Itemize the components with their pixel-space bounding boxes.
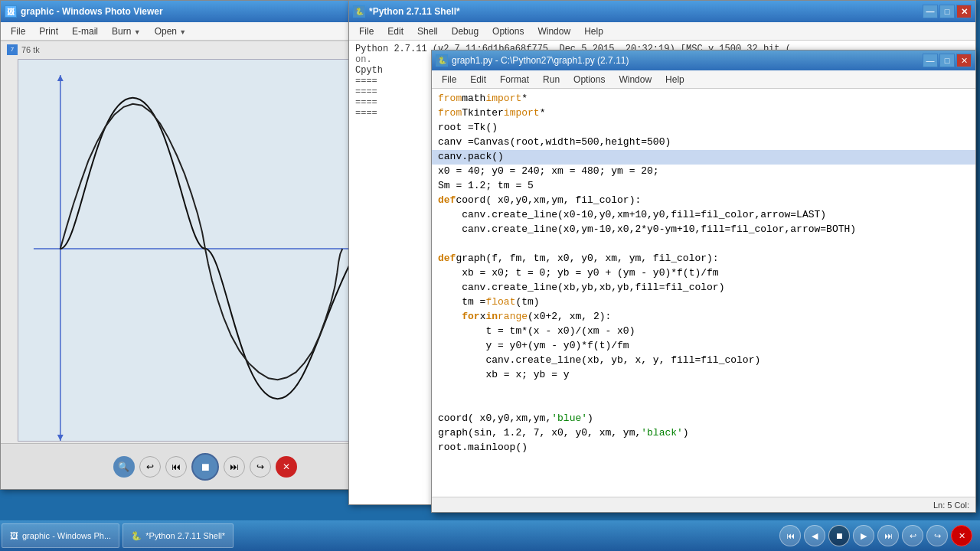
- editor-maximize-btn[interactable]: □: [939, 54, 955, 67]
- media-skip-back[interactable]: ⏮: [779, 525, 801, 546]
- rotate-right-btn[interactable]: ↪: [250, 456, 271, 478]
- file-label: 7 76 tk: [7, 44, 40, 55]
- shell-menu-debug[interactable]: Debug: [446, 24, 485, 38]
- editor-close-btn[interactable]: ✕: [956, 54, 972, 67]
- code-line-23: coord( x0,y0,xm,ym, 'blue'): [432, 412, 975, 426]
- editor-menu-help[interactable]: Help: [659, 73, 691, 86]
- delete-btn[interactable]: ✕: [276, 456, 297, 478]
- code-line-10: canv.create_line(x0,ym-10,x0,2*y0-ym+10,…: [432, 223, 975, 237]
- editor-menu-file[interactable]: File: [436, 73, 462, 86]
- editor-menu-window[interactable]: Window: [612, 73, 658, 86]
- taskbar-photo-viewer[interactable]: 🖼 graphic - Windows Ph...: [2, 523, 119, 548]
- editor-menu-edit[interactable]: Edit: [464, 73, 492, 86]
- code-line-7: Sm = 1.2; tm = 5: [432, 179, 975, 194]
- prev-btn[interactable]: ⏮: [165, 456, 187, 478]
- play-btn[interactable]: ⏹: [191, 453, 219, 481]
- code-line-2: from Tkinter import *: [432, 106, 975, 121]
- code-line-14: canv.create_line(xb,yb,xb,yb,fill=fil_co…: [432, 281, 975, 295]
- editor-menubar: File Edit Format Run Options Window Help: [432, 70, 975, 89]
- media-rotate-left[interactable]: ↩: [902, 525, 923, 546]
- shell-menu-help[interactable]: Help: [578, 24, 609, 38]
- shell-titlebar-controls: — □ ✕: [923, 5, 972, 18]
- editor-window: 🐍 graph1.py - C:\Python27\graph1.py (2.7…: [431, 50, 976, 513]
- code-line-8: def coord( x0,y0,xm,ym, fil_color):: [432, 194, 975, 208]
- code-line-5: canv.pack(): [432, 150, 975, 165]
- media-stop[interactable]: ⏹: [828, 525, 850, 546]
- editor-minimize-btn[interactable]: —: [923, 54, 938, 67]
- python-icon: 🐍: [353, 5, 365, 18]
- editor-icon: 🐍: [436, 54, 448, 67]
- taskbar-label-1: graphic - Windows Ph...: [22, 531, 111, 540]
- taskbar-icon-2: 🐍: [131, 531, 142, 541]
- editor-titlebar-controls: — □ ✕: [923, 54, 972, 67]
- editor-menu-run[interactable]: Run: [537, 73, 566, 86]
- shell-close-btn[interactable]: ✕: [956, 5, 972, 18]
- taskbar-label-2: *Python 2.7.11 Shell*: [145, 531, 225, 540]
- menu-burn[interactable]: Burn ▼: [106, 24, 147, 38]
- file-name: 76 tk: [21, 45, 40, 54]
- code-line-1: from math import *: [432, 92, 975, 106]
- taskbar: 🖼 graphic - Windows Ph... 🐍 *Python 2.7.…: [0, 520, 980, 551]
- code-line-15: tm = float(tm): [432, 295, 975, 310]
- python-shell-menubar: File Edit Shell Debug Options Window Hel…: [349, 22, 975, 41]
- shell-menu-window[interactable]: Window: [531, 24, 577, 38]
- editor-titlebar: 🐍 graph1.py - C:\Python27\graph1.py (2.7…: [432, 51, 975, 70]
- code-line-4: canv = Canvas(root,width=500,height=500): [432, 135, 975, 150]
- shell-maximize-btn[interactable]: □: [939, 5, 955, 18]
- shell-menu-shell[interactable]: Shell: [411, 24, 444, 38]
- media-delete[interactable]: ✕: [951, 525, 972, 546]
- menu-file[interactable]: File: [5, 24, 31, 38]
- code-line-17: t = tm*(x - x0)/(xm - x0): [432, 324, 975, 339]
- editor-menu-format[interactable]: Format: [494, 73, 535, 86]
- taskbar-media-controls: ⏮ ◀ ⏹ ▶ ⏭ ↩ ↪ ✕: [779, 525, 980, 546]
- menu-email[interactable]: E-mail: [66, 24, 104, 38]
- media-next[interactable]: ▶: [853, 525, 874, 546]
- sine-wave-svg: [18, 60, 392, 441]
- python-shell-titlebar: 🐍 *Python 2.7.11 Shell* — □ ✕: [349, 1, 975, 22]
- media-prev[interactable]: ◀: [804, 525, 825, 546]
- code-line-24: graph(sin, 1.2, 7, x0, y0, xm, ym, 'blac…: [432, 426, 975, 441]
- code-line-16: for x in range(x0+2, xm, 2):: [432, 310, 975, 324]
- photo-viewer-icon: 🖼: [5, 5, 17, 18]
- code-line-13: xb = x0; t = 0; yb = y0 + (ym - y0)*f(t)…: [432, 266, 975, 281]
- editor-menu-options[interactable]: Options: [567, 73, 611, 86]
- taskbar-python-shell[interactable]: 🐍 *Python 2.7.11 Shell*: [122, 523, 234, 548]
- code-line-3: root = Tk(): [432, 121, 975, 135]
- code-line-6: x0 = 40; y0 = 240; xm = 480; ym = 20;: [432, 165, 975, 179]
- code-line-25: root.mainloop(): [432, 441, 975, 455]
- photo-viewer-title: graphic - Windows Photo Viewer: [21, 6, 356, 17]
- graph-canvas: [18, 59, 393, 442]
- media-rotate-right[interactable]: ↪: [926, 525, 948, 546]
- editor-status-bar: Ln: 5 Col:: [432, 497, 975, 512]
- code-line-18: y = y0+(ym - y0)*f(t)/fm: [432, 339, 975, 354]
- code-line-blank2: [432, 383, 975, 397]
- code-line-12: def graph(f, fm, tm, x0, y0, xm, ym, fil…: [432, 252, 975, 266]
- code-line-blank1: [432, 237, 975, 252]
- shell-menu-edit[interactable]: Edit: [381, 24, 410, 38]
- editor-title: graph1.py - C:\Python27\graph1.py (2.7.1…: [452, 55, 923, 66]
- next-btn[interactable]: ⏭: [224, 456, 245, 478]
- editor-code-area[interactable]: from math import * from Tkinter import *…: [432, 89, 975, 497]
- rotate-left-btn[interactable]: ↩: [139, 456, 161, 478]
- python-shell-title: *Python 2.7.11 Shell*: [369, 6, 923, 17]
- menu-print[interactable]: Print: [33, 24, 64, 38]
- code-line-19: canv.create_line(xb, yb, x, y, fill=fil_…: [432, 354, 975, 368]
- menu-open[interactable]: Open ▼: [149, 24, 193, 38]
- file-type-icon: 7: [7, 44, 18, 55]
- shell-menu-file[interactable]: File: [353, 24, 380, 38]
- media-skip-forward[interactable]: ⏭: [877, 525, 899, 546]
- taskbar-icon-1: 🖼: [10, 531, 18, 540]
- code-line-9: canv.create_line(x0-10,y0,xm+10,y0,fill=…: [432, 208, 975, 223]
- code-line-20: xb = x; yb = y: [432, 368, 975, 383]
- shell-minimize-btn[interactable]: —: [923, 5, 938, 18]
- shell-menu-options[interactable]: Options: [486, 24, 530, 38]
- code-line-blank3: [432, 397, 975, 412]
- cursor-position: Ln: 5 Col:: [933, 500, 969, 510]
- search-control-btn[interactable]: 🔍: [113, 456, 135, 478]
